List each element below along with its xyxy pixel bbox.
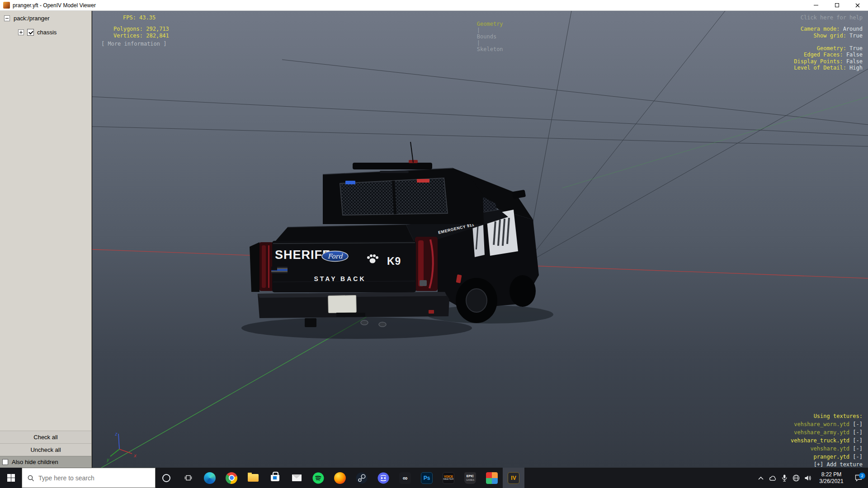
setting-display-points[interactable]: Display Points: False <box>794 58 863 65</box>
discord-icon <box>377 472 389 484</box>
texture-remove-button[interactable]: [-] <box>853 429 863 436</box>
steam-icon <box>356 472 368 484</box>
taskbar-app-voicemeeter[interactable]: VOICE MEETER <box>438 468 459 488</box>
add-texture-button[interactable]: [+] Add texture <box>814 461 863 468</box>
texture-name[interactable]: vehshare_truck.ytd <box>791 437 849 444</box>
cloud-icon <box>769 475 777 481</box>
epic-games-icon: EPIC GAMES <box>464 472 476 484</box>
texture-row: vehshare_worn.ytd [-] <box>794 421 863 427</box>
help-link[interactable]: Click here for help <box>801 14 863 21</box>
taskbar-app-steam[interactable] <box>351 468 373 488</box>
taskbar-app-infinity[interactable]: ∞ <box>394 468 416 488</box>
edge-icon <box>204 472 216 484</box>
taskbar-app-chrome[interactable] <box>221 468 242 488</box>
texture-remove-button[interactable]: [-] <box>853 421 863 427</box>
tree-root-row[interactable]: pack:/pranger <box>4 15 50 22</box>
also-hide-children-label: Also hide children <box>12 459 58 465</box>
volume-tray-button[interactable] <box>802 474 814 482</box>
tree-chassis-label[interactable]: chassis <box>37 29 57 36</box>
tailgate: SHERIFF Ford K9 <box>271 241 416 292</box>
uncheck-all-button[interactable]: Uncheck all <box>0 443 91 456</box>
close-button[interactable] <box>847 0 868 11</box>
taskbar-clock[interactable]: 8:22 PM 3/26/2021 <box>814 471 849 485</box>
tree-chassis-row[interactable]: chassis <box>18 29 57 36</box>
texture-name[interactable]: vehshare_army.ytd <box>794 429 849 436</box>
cortana-icon <box>162 474 170 482</box>
setting-geometry[interactable]: Geometry: True <box>817 45 863 52</box>
taskbar-app-epic-games[interactable]: EPIC GAMES <box>459 468 481 488</box>
clock-date: 3/26/2021 <box>814 478 849 485</box>
mode-bounds[interactable]: Bounds <box>477 33 496 40</box>
taskbar-app-discord[interactable] <box>373 468 394 488</box>
axis-z-label: z <box>115 432 118 436</box>
task-view-button[interactable] <box>177 468 199 488</box>
notification-badge: 2 <box>859 473 865 479</box>
onedrive-tray-button[interactable] <box>767 475 778 481</box>
chassis-checkbox[interactable] <box>27 29 34 36</box>
texture-remove-button[interactable]: [-] <box>853 454 863 460</box>
rear-bumper <box>258 292 449 318</box>
left-tail-light <box>259 242 273 291</box>
firefox-icon <box>334 472 346 484</box>
taskbar-app-spotify[interactable] <box>307 468 329 488</box>
check-all-button[interactable]: Check all <box>0 431 91 443</box>
taskbar-app-firefox[interactable] <box>329 468 351 488</box>
mode-separator: | <box>477 27 480 33</box>
roof-equipment <box>353 163 432 169</box>
ford-logo-text: Ford <box>327 253 343 260</box>
maximize-icon <box>835 3 839 7</box>
minimize-icon <box>814 5 818 5</box>
taskbar-app-openiv-active[interactable]: IV <box>503 468 524 488</box>
network-tray-button[interactable] <box>790 474 802 482</box>
photoshop-icon: Ps <box>421 472 433 484</box>
microphone-tray-button[interactable] <box>778 474 790 482</box>
tv-app-icon <box>486 472 498 484</box>
taskbar-search[interactable] <box>22 468 156 488</box>
action-center-button[interactable]: 2 <box>849 474 868 482</box>
texture-remove-button[interactable]: [-] <box>853 437 863 444</box>
also-hide-children-checkbox[interactable] <box>2 459 8 465</box>
taskbar-app-store[interactable] <box>264 468 286 488</box>
model-canvas[interactable]: EMERGENCY 911 <box>92 11 868 468</box>
setting-edged-faces[interactable]: Edged Faces: False <box>804 52 863 58</box>
setting-level-of-detail[interactable]: Level of Detail: High <box>794 65 863 71</box>
mode-skeleton[interactable]: Skeleton <box>477 46 503 52</box>
more-information-link[interactable]: [ More information ] <box>101 41 167 47</box>
texture-remove-button[interactable]: [-] <box>853 446 863 452</box>
expand-box-icon[interactable] <box>18 29 24 35</box>
voicemeeter-icon: VOICE MEETER <box>443 472 454 484</box>
taskbar-app-edge[interactable] <box>199 468 221 488</box>
setting-camera-mode[interactable]: Camera mode: Around <box>801 26 863 32</box>
taskbar-app-photoshop[interactable]: Ps <box>416 468 438 488</box>
taskbar: ∞ Ps VOICE MEETER EPIC GAMES IV <box>0 468 868 488</box>
taskbar-app-file-explorer[interactable] <box>242 468 264 488</box>
mode-geometry[interactable]: Geometry <box>477 21 503 27</box>
axis-y-label: y <box>106 457 109 462</box>
textures-title: Using textures: <box>814 413 863 419</box>
hidden-icons-button[interactable] <box>755 475 767 481</box>
windows-logo-icon <box>7 474 15 482</box>
tree-root-label[interactable]: pack:/pranger <box>14 15 50 22</box>
model-viewport[interactable]: EMERGENCY 911 <box>92 11 868 468</box>
cortana-button[interactable] <box>156 468 177 488</box>
spotify-icon <box>312 472 324 484</box>
exhaust-tip <box>361 320 368 325</box>
texture-name[interactable]: pranger.ytd <box>814 454 849 460</box>
license-plate <box>328 295 357 313</box>
minimize-button[interactable] <box>806 0 826 11</box>
texture-name[interactable]: vehshare_worn.ytd <box>794 421 849 427</box>
search-input[interactable] <box>38 474 142 482</box>
chevron-up-icon <box>757 475 764 481</box>
also-hide-children-row[interactable]: Also hide children <box>0 456 91 468</box>
start-button[interactable] <box>0 468 22 488</box>
setting-show-grid[interactable]: Show grid: True <box>814 33 863 39</box>
network-globe-icon <box>792 474 800 482</box>
taskbar-app-mail[interactable] <box>286 468 307 488</box>
texture-name[interactable]: vehshare.ytd <box>810 446 849 452</box>
maximize-button[interactable] <box>826 0 847 11</box>
collapse-box-icon[interactable] <box>4 15 10 21</box>
thin-blue-line-flag-decal <box>271 267 288 273</box>
file-explorer-icon <box>248 474 259 482</box>
taskbar-app-tv[interactable] <box>481 468 503 488</box>
close-icon <box>855 3 860 8</box>
